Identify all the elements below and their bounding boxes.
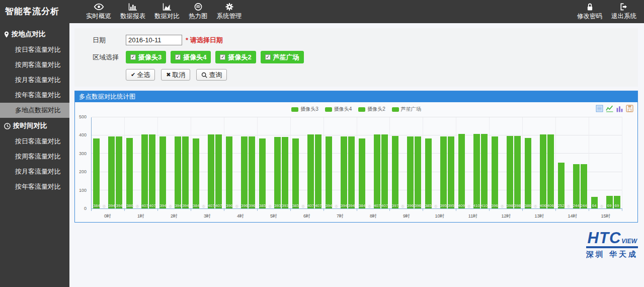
sidebar-item[interactable]: 按年客流量对比	[0, 88, 69, 103]
sidebar-item[interactable]: 按年客流量对比	[0, 179, 69, 194]
bar	[374, 134, 380, 208]
line-chart-icon[interactable]	[606, 105, 613, 112]
nav-item-lock[interactable]: 修改密码	[573, 0, 607, 23]
x-axis-tick	[258, 209, 291, 211]
x-axis-tick	[92, 209, 125, 211]
y-axis-tick-label: 100	[79, 188, 87, 193]
bar-slot: 0	[167, 117, 174, 208]
save-image-icon[interactable]	[626, 105, 633, 112]
bar-slot: 386	[126, 117, 133, 208]
nav-item-bar-chart[interactable]: 数据报表	[116, 0, 150, 23]
sidebar-section-title[interactable]: 按地点对比	[0, 26, 69, 42]
app-title: 智能客流分析平台	[0, 0, 69, 23]
region-toggle-1[interactable]: ✓摄像头4	[171, 51, 211, 63]
sidebar-section-title[interactable]: 按时间对比	[0, 118, 69, 134]
bar-chart-icon	[128, 3, 137, 11]
x-icon: ✖	[166, 71, 171, 78]
bar	[573, 164, 580, 208]
query-label: 查询	[209, 70, 222, 80]
bar-group: 3960396396	[224, 117, 258, 208]
bar-slot: 396	[226, 117, 232, 208]
bar-slot: 396	[492, 117, 498, 208]
logo-wordmark: HTC VIEW	[586, 231, 638, 248]
bar-slot: 406	[540, 117, 546, 208]
bar-slot: 396	[241, 117, 248, 208]
bar	[193, 138, 199, 208]
x-axis-tick-label: 4时	[224, 213, 257, 220]
sidebar-item[interactable]: 多地点数据对比	[0, 103, 69, 118]
bar	[182, 136, 189, 208]
bar-value-label: 0	[235, 203, 237, 208]
region-toggle-0[interactable]: ✓摄像头3	[126, 51, 166, 63]
bar-value-label: 244	[573, 203, 579, 208]
eye-icon	[94, 3, 104, 11]
sidebar-item[interactable]: 按日客流量对比	[0, 42, 69, 57]
sidebar-item[interactable]: 按日客流量对比	[0, 134, 69, 149]
legend-item[interactable]: 摄像头3	[291, 106, 318, 113]
sidebar-item[interactable]: 按月客流量对比	[0, 164, 69, 179]
area-chart-icon	[163, 3, 172, 11]
bar-slot: 398	[507, 117, 513, 208]
y-axis-tick-label: 0	[84, 206, 87, 211]
logo-text-main: HTC	[588, 231, 621, 246]
region-toggle-2[interactable]: ✓摄像头2	[215, 51, 256, 63]
bar-value-label: 0	[501, 203, 503, 208]
bar-slot: 384	[193, 117, 199, 208]
bar-slot: 394	[108, 117, 115, 208]
nav-item-heatmap[interactable]: 热力图	[184, 0, 212, 23]
bar-value-label: 64	[592, 203, 597, 208]
select-all-button[interactable]: ✔ 全选	[126, 69, 155, 81]
main-content: 日期 * 请选择日期 区域选择 ✓摄像头3✓摄像头4✓摄像头2✓芦笙广场 ✔ 全…	[69, 23, 644, 287]
query-button[interactable]: 查询	[196, 69, 227, 81]
region-label: 区域选择	[93, 53, 126, 62]
legend-item[interactable]: 摄像头2	[358, 106, 385, 113]
bar-chart-icon-toolbox[interactable]	[616, 105, 623, 112]
sidebar-item[interactable]: 按周客流量对比	[0, 57, 69, 73]
bar-slot: 0	[333, 117, 340, 208]
sidebar-item[interactable]: 按周客流量对比	[0, 149, 69, 164]
date-input[interactable]	[126, 35, 182, 45]
bar-slot: 0	[267, 117, 273, 208]
nav-item-logout[interactable]: 退出系统	[607, 0, 641, 23]
x-axis-tick	[589, 209, 622, 211]
bar	[126, 138, 133, 208]
sidebar: 按地点对比按日客流量对比按周客流量对比按月客流量对比按年客流量对比多地点数据对比…	[0, 23, 69, 287]
bar	[558, 163, 565, 208]
nav-item-area-chart[interactable]: 数据对比	[150, 0, 184, 23]
x-axis-tick	[291, 209, 324, 211]
legend-item[interactable]: 摄像头4	[325, 106, 352, 113]
bar-value-label: 393	[282, 203, 288, 208]
bar-slot: 0	[366, 117, 373, 208]
bar-group: 3850407407	[291, 117, 324, 208]
cancel-label: 取消	[172, 70, 185, 80]
bar-value-label: 394	[348, 203, 355, 208]
bar-slot: 393	[282, 117, 288, 208]
bar-slot: 393	[274, 117, 281, 208]
bar	[440, 136, 447, 208]
region-toggle-3[interactable]: ✓芦笙广场	[261, 51, 304, 63]
x-axis-tick-label: 5时	[257, 213, 290, 220]
bar-slot: 0	[101, 117, 107, 208]
query-form: 日期 * 请选择日期 区域选择 ✓摄像头3✓摄像头4✓摄像头2✓芦笙广场 ✔ 全…	[74, 28, 638, 87]
sidebar-item[interactable]: 按月客流量对比	[0, 73, 69, 88]
x-axis-tick	[324, 209, 357, 211]
bar-value-label: 244	[580, 203, 587, 208]
y-axis-labels: 0100200300400500	[75, 117, 90, 209]
bar	[407, 136, 414, 208]
bar-value-label: 407	[374, 203, 380, 208]
bar-slot: 406	[547, 117, 554, 208]
data-view-icon[interactable]	[596, 105, 603, 112]
nav-item-eye[interactable]: 实时概览	[82, 0, 116, 23]
x-axis-tick-label: 7时	[324, 213, 357, 220]
nav-item-gear[interactable]: 系统管理	[212, 0, 247, 23]
clock-icon	[4, 123, 11, 129]
bar	[149, 134, 155, 208]
x-axis-tick-label: 1时	[124, 213, 157, 220]
legend-item[interactable]: 芦笙广场	[392, 106, 421, 113]
x-axis-tick	[224, 209, 258, 211]
bar-value-label: 407	[215, 203, 222, 208]
cancel-button[interactable]: ✖ 取消	[161, 69, 190, 81]
bar	[481, 134, 488, 208]
bar-slot: 398	[514, 117, 521, 208]
bar-slot: 69	[606, 117, 613, 208]
